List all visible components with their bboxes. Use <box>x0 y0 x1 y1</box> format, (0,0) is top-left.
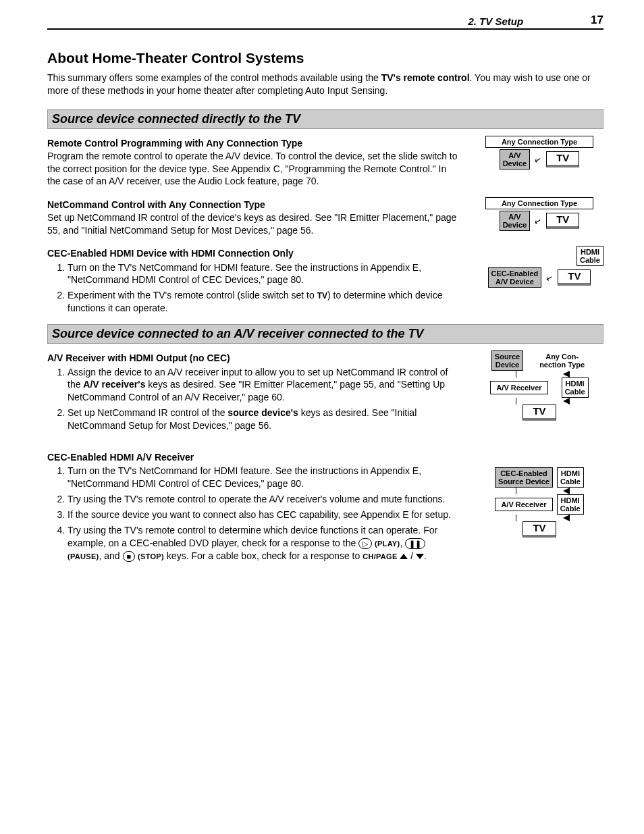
block-remote-control: Remote Control Programming with Any Conn… <box>47 133 603 188</box>
diagram-cec-device: CEC-Enabled A/V Device <box>488 267 542 288</box>
list-item: Try using the TV's remote control to ope… <box>68 493 462 506</box>
arrow-icon: ↙ <box>534 155 541 163</box>
diagram-tv-2: TV <box>546 213 579 229</box>
diagram-hdmi-cable: HDMI Cable <box>576 246 603 266</box>
list-item: Assign the device to an A/V receiver inp… <box>68 366 462 405</box>
diagram-tv: TV <box>546 151 579 167</box>
text-remote: Program the remote control to operate th… <box>47 150 462 187</box>
arrow-icon: ↙ <box>534 217 541 225</box>
diagram-av-receiver-2: A/V Receiver <box>495 498 552 511</box>
diagram-tv-4: TV <box>522 405 556 421</box>
chevron-down-icon <box>416 554 424 559</box>
list-item: If the source device you want to connect… <box>68 509 462 521</box>
chevron-up-icon <box>400 554 408 559</box>
diagram-hdmi-cable-4: HDMI Cable <box>557 494 584 515</box>
intro-text-a: This summary offers some examples of the… <box>47 72 381 83</box>
block-cec-hdmi: CEC-Enabled HDMI Device with HDMI Connec… <box>47 243 603 317</box>
diagram-av-device: A/V Device <box>500 149 530 170</box>
diagram-source-device: Source Device <box>491 350 523 371</box>
arrow-icon: ↙ <box>546 273 554 282</box>
stop-icon: ■ <box>123 551 136 562</box>
intro-text-bold: TV's remote control <box>381 72 470 83</box>
diagram-any-connection-1: Any Connection Type A/V Device ↙ TV <box>475 133 603 171</box>
list-item: Set up NetCommand IR control of the sour… <box>68 407 462 432</box>
subhead-cec-avr: CEC-Enabled HDMI A/V Receiver <box>47 451 462 463</box>
list-cec: Turn on the TV's NetCommand for HDMI fea… <box>47 261 462 315</box>
diagram-hdmi-cable-2: HDMI Cable <box>562 377 589 398</box>
arrow-left-icon <box>563 488 570 494</box>
play-icon: ▷ <box>358 538 372 549</box>
subhead-netcommand: NetCommand Control with Any Connection T… <box>47 199 462 211</box>
diagram-label-any-conn: Any Connection Type <box>485 136 593 148</box>
diagram-av-device-2: A/V Device <box>500 211 530 231</box>
section-heading-1: Source device connected directly to the … <box>47 109 603 129</box>
diagram-cec-avr-chain: CEC-Enabled Source Device HDMI Cable A/V… <box>475 447 603 538</box>
subhead-remote: Remote Control Programming with Any Conn… <box>47 137 462 149</box>
arrow-left-icon <box>563 398 570 405</box>
subhead-cec: CEC-Enabled HDMI Device with HDMI Connec… <box>47 247 462 259</box>
list-item: Experiment with the TV's remote control … <box>68 289 462 315</box>
list-item: Turn on the TV's NetCommand for HDMI fea… <box>68 261 462 287</box>
text-netcommand: Set up NetCommand IR control of the devi… <box>47 211 462 236</box>
block-netcommand: NetCommand Control with Any Connection T… <box>47 194 603 236</box>
diagram-cec-source: CEC-Enabled Source Device <box>495 467 553 488</box>
block-avr-no-cec: A/V Receiver with HDMI Output (no CEC) A… <box>47 348 603 435</box>
arrow-left-icon <box>563 371 570 377</box>
diagram-av-receiver: A/V Receiver <box>490 381 547 394</box>
list-item: Try using the TV's remote control to det… <box>68 524 462 563</box>
diagram-any-connection-2: Any Connection Type A/V Device ↙ TV <box>475 194 603 232</box>
list-avr: Assign the device to an A/V receiver inp… <box>47 366 462 432</box>
list-item: Turn on the TV's NetCommand for HDMI fea… <box>68 465 462 490</box>
intro-paragraph: This summary offers some examples of the… <box>47 72 603 97</box>
chapter-label: 2. TV Setup <box>468 16 591 27</box>
page-title: About Home-Theater Control Systems <box>47 50 603 66</box>
arrow-left-icon <box>563 515 570 521</box>
diagram-label-any-conn-2: Any Connection Type <box>485 197 593 209</box>
section-heading-2: Source device connected to an A/V receiv… <box>47 324 603 344</box>
page-header: 2. TV Setup 17 <box>47 14 603 30</box>
diagram-tv-5: TV <box>522 521 556 538</box>
block-cec-avr: CEC-Enabled HDMI A/V Receiver Turn on th… <box>47 447 603 565</box>
diagram-tv-3: TV <box>558 269 591 286</box>
diagram-hdmi-cable-3: HDMI Cable <box>557 467 584 488</box>
diagram-avr-chain: Source Device Any Con- nection Type A/V … <box>475 348 603 421</box>
subhead-avr: A/V Receiver with HDMI Output (no CEC) <box>47 352 462 364</box>
page-number: 17 <box>591 14 603 27</box>
pause-icon: ❚❚ <box>405 538 425 549</box>
list-cec-avr: Turn on the TV's NetCommand for HDMI fea… <box>47 465 462 562</box>
diagram-any-conn-type: Any Con- nection Type <box>537 351 587 370</box>
diagram-hdmi-cec: HDMI Cable CEC-Enabled A/V Device ↙ TV <box>475 243 603 289</box>
